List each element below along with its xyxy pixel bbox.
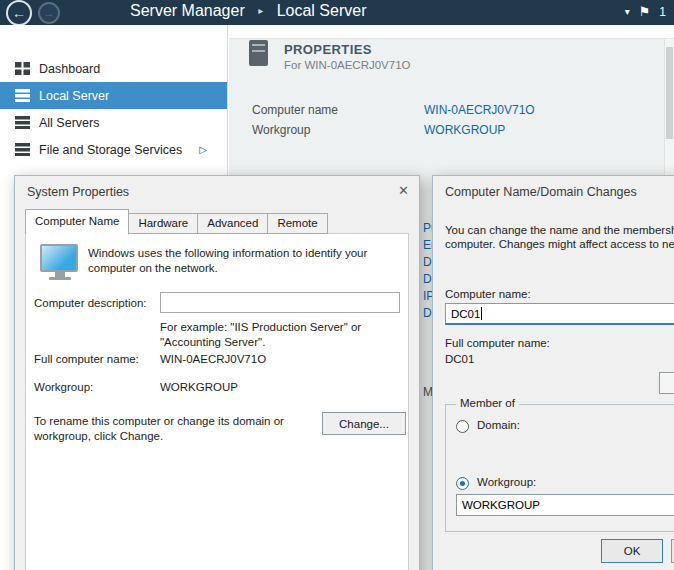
- workgroup-value-link[interactable]: WORKGROUP: [424, 123, 505, 137]
- full-computer-name-label: Full computer name:: [34, 352, 139, 367]
- computer-name-input-value: DC01: [451, 308, 480, 320]
- workgroup-radio[interactable]: [456, 477, 469, 490]
- rename-hint-text: To rename this computer or change its do…: [34, 414, 304, 444]
- servers-icon: [15, 116, 30, 129]
- sidebar-item-label: Dashboard: [39, 62, 100, 76]
- computer-name-value-link[interactable]: WIN-0AECRJ0V71O: [424, 103, 535, 117]
- back-arrow-icon: ←: [12, 5, 26, 21]
- title-bar: ← → Server Manager ▸ Local Server ▾ ⚑ 1: [0, 0, 674, 25]
- sidebar-item-dashboard[interactable]: Dashboard: [0, 55, 227, 82]
- panel-top-strip: [229, 25, 674, 39]
- system-properties-dialog: System Properties ✕ Computer Name Hardwa…: [14, 175, 420, 570]
- scrollbar-thumb[interactable]: [666, 47, 673, 139]
- workgroup-label: Workgroup:: [34, 380, 93, 395]
- computer-name-label: Computer name:: [445, 288, 531, 300]
- app-title: Server Manager: [130, 2, 245, 19]
- dialog-intro-text: You can change the name and the membersh…: [445, 223, 674, 251]
- tab-strip: Computer Name Hardware Advanced Remote: [25, 210, 328, 234]
- tab-computer-name[interactable]: Computer Name: [25, 209, 129, 235]
- breadcrumb-current[interactable]: Local Server: [277, 2, 367, 19]
- server-tower-icon: [249, 40, 268, 66]
- server-icon: [15, 89, 30, 102]
- intro-text: Windows uses the following information t…: [88, 246, 404, 276]
- sidebar-item-label: Local Server: [39, 89, 109, 103]
- member-of-groupbox: Member of Domain: Workgroup: WORKGROUP: [445, 404, 674, 532]
- tab-hardware[interactable]: Hardware: [128, 213, 198, 234]
- change-button[interactable]: Change...: [322, 412, 406, 435]
- properties-subtitle: For WIN-0AECRJ0V71O: [284, 59, 411, 71]
- domain-radio[interactable]: [456, 420, 469, 433]
- monitor-icon: [40, 244, 80, 284]
- properties-title: PROPERTIES: [284, 42, 372, 57]
- domain-radio-label[interactable]: Domain:: [477, 419, 520, 431]
- sidebar-item-local-server[interactable]: Local Server: [0, 82, 227, 109]
- computer-name-input[interactable]: DC01: [445, 303, 674, 325]
- forward-arrow-icon: →: [44, 7, 55, 19]
- ok-button[interactable]: OK: [601, 539, 663, 563]
- description-example-text: For example: "IIS Production Server" or …: [160, 320, 382, 350]
- workgroup-input[interactable]: WORKGROUP: [456, 494, 674, 516]
- dialog-title: System Properties: [27, 185, 129, 199]
- text-cursor: [481, 307, 482, 320]
- workgroup-label: Workgroup: [252, 123, 310, 137]
- storage-icon: [15, 143, 30, 156]
- chevron-down-icon[interactable]: ▾: [625, 6, 630, 17]
- dialog-title: Computer Name/Domain Changes: [445, 185, 637, 199]
- more-button-cutoff[interactable]: [659, 372, 674, 394]
- notification-flag-icon[interactable]: ⚑: [639, 4, 651, 19]
- computer-description-input[interactable]: [160, 292, 400, 313]
- full-computer-name-value: WIN-0AECRJ0V71O: [160, 352, 266, 367]
- notification-count: 1: [659, 5, 666, 19]
- chevron-right-icon[interactable]: ▷: [199, 144, 207, 155]
- dashboard-icon: [15, 62, 30, 75]
- sidebar-item-file-storage-services[interactable]: File and Storage Services ▷: [0, 136, 227, 163]
- member-of-label: Member of: [456, 397, 519, 409]
- full-computer-name-label: Full computer name:: [445, 337, 550, 349]
- server-manager-window: ← → Server Manager ▸ Local Server ▾ ⚑ 1 …: [0, 0, 674, 570]
- full-computer-name-value: DC01: [445, 353, 474, 365]
- computer-name-label: Computer name: [252, 103, 338, 117]
- computer-description-label: Computer description:: [34, 296, 147, 311]
- breadcrumb-separator-icon: ▸: [258, 5, 263, 16]
- sidebar-item-label: File and Storage Services: [39, 143, 182, 157]
- breadcrumb: Server Manager ▸ Local Server: [130, 2, 366, 20]
- header-actions: ▾ ⚑ 1: [625, 4, 666, 19]
- forward-button[interactable]: →: [38, 2, 60, 24]
- intro-line-2: computer. Changes might affect access to…: [445, 237, 674, 251]
- close-icon[interactable]: ✕: [398, 183, 409, 198]
- workgroup-value: WORKGROUP: [160, 380, 238, 395]
- tab-advanced[interactable]: Advanced: [197, 213, 268, 234]
- workgroup-radio-label[interactable]: Workgroup:: [477, 476, 536, 488]
- computer-name-tab-page: Windows uses the following information t…: [25, 233, 409, 570]
- sidebar-item-all-servers[interactable]: All Servers: [0, 109, 227, 136]
- workgroup-input-value: WORKGROUP: [462, 499, 540, 511]
- tab-remote[interactable]: Remote: [267, 213, 327, 234]
- back-button[interactable]: ←: [6, 0, 32, 26]
- sidebar-item-label: All Servers: [39, 116, 99, 130]
- intro-line-1: You can change the name and the membersh…: [445, 223, 674, 237]
- computer-name-domain-changes-dialog: Computer Name/Domain Changes You can cha…: [432, 175, 674, 570]
